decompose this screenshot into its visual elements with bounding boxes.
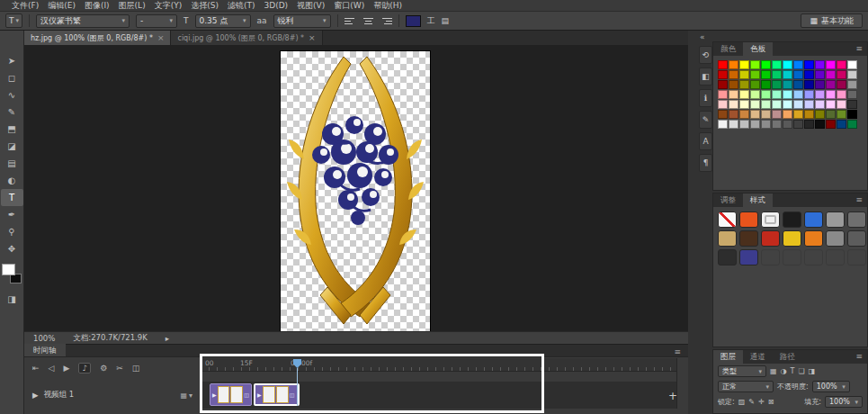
color-swatch[interactable]: [772, 60, 782, 69]
lasso-tool[interactable]: ∿: [1, 86, 23, 104]
color-swatch[interactable]: [718, 60, 728, 69]
brush-tool[interactable]: ✎: [1, 104, 23, 121]
color-swatch[interactable]: [826, 120, 836, 129]
menu-item[interactable]: 编辑(E): [43, 0, 80, 12]
timeline-ruler[interactable]: 00 15F 01:00f: [200, 358, 676, 372]
color-swatch[interactable]: [739, 100, 749, 109]
color-swatch[interactable]: [783, 110, 792, 119]
menu-item[interactable]: 图像(I): [80, 0, 114, 12]
marquee-tool[interactable]: ◻: [1, 69, 23, 86]
eraser-tool[interactable]: ◪: [1, 138, 23, 155]
panel-tab[interactable]: 通道: [743, 350, 773, 364]
style-thumb[interactable]: [761, 249, 780, 266]
style-thumb[interactable]: [739, 249, 758, 266]
first-frame-button[interactable]: ⇤: [32, 364, 40, 373]
color-swatch[interactable]: [847, 100, 857, 109]
font-size-select[interactable]: 0.35 点 ▾: [195, 14, 251, 28]
color-swatch[interactable]: [847, 90, 857, 99]
add-media-button[interactable]: +: [668, 390, 677, 402]
color-swatch[interactable]: [750, 90, 760, 99]
color-swatch[interactable]: [815, 70, 825, 79]
filter-shape-icon[interactable]: ❏: [798, 367, 804, 375]
color-swatch[interactable]: [847, 110, 857, 119]
style-thumb[interactable]: [804, 249, 823, 266]
color-swatch[interactable]: [826, 60, 836, 69]
style-thumb[interactable]: [783, 230, 801, 247]
foreground-color-chip[interactable]: [2, 264, 15, 275]
close-tab-icon[interactable]: ×: [157, 33, 165, 42]
menu-item[interactable]: 视图(V): [292, 0, 329, 12]
color-swatch[interactable]: [837, 80, 846, 89]
filter-smart-icon[interactable]: ◨: [809, 367, 816, 375]
color-swatch[interactable]: [815, 60, 825, 69]
mute-button[interactable]: ♪: [78, 363, 91, 374]
timeline-settings-button[interactable]: ⚙: [100, 364, 107, 373]
opacity-select[interactable]: 100% ▾: [812, 381, 850, 392]
color-swatch[interactable]: [783, 60, 792, 69]
style-thumb[interactable]: [826, 249, 845, 266]
lock-move-icon[interactable]: ✛: [758, 398, 765, 406]
color-chips[interactable]: [2, 264, 22, 284]
color-swatch[interactable]: [783, 80, 792, 89]
panel-tab[interactable]: 颜色: [713, 42, 743, 56]
color-swatch[interactable]: [847, 80, 857, 89]
style-thumb[interactable]: [739, 230, 758, 247]
color-swatch[interactable]: [772, 100, 782, 109]
color-swatch[interactable]: [804, 110, 814, 119]
style-thumb[interactable]: [826, 230, 845, 247]
disclosure-triangle-icon[interactable]: ▶: [32, 391, 39, 400]
color-swatch[interactable]: [847, 70, 857, 79]
type-tool[interactable]: T: [1, 189, 23, 206]
video-group-row[interactable]: ▶ 视频组 1 ▦ ▾: [32, 390, 192, 400]
panel-menu-icon[interactable]: ≡: [855, 350, 867, 364]
menu-item[interactable]: 3D(D): [259, 0, 292, 12]
color-swatch[interactable]: [729, 80, 738, 89]
document-tab[interactable]: hz.jpg @ 100% (图层 0, RGB/8#) * ×: [24, 31, 171, 45]
pen-tool[interactable]: ✒: [1, 206, 23, 223]
style-thumb[interactable]: [826, 212, 845, 228]
color-swatch[interactable]: [750, 60, 760, 69]
style-thumb[interactable]: [847, 212, 866, 228]
color-swatch[interactable]: [793, 120, 803, 129]
menu-item[interactable]: 图层(L): [114, 0, 150, 12]
dodge-tool[interactable]: ◐: [1, 172, 23, 189]
toggle-panels-icon[interactable]: ▤: [442, 16, 450, 25]
zoom-tool[interactable]: ⚲: [1, 223, 23, 240]
text-color-swatch[interactable]: [406, 15, 421, 27]
document-canvas[interactable]: [281, 51, 430, 331]
style-thumb[interactable]: [804, 230, 823, 247]
video-clip[interactable]: ▶ ◫: [210, 383, 252, 406]
playhead[interactable]: [293, 359, 301, 406]
style-thumb[interactable]: [718, 230, 737, 247]
character-panel-icon[interactable]: A: [699, 132, 712, 150]
color-swatch[interactable]: [847, 120, 857, 129]
align-right-icon[interactable]: [380, 15, 392, 27]
style-thumb[interactable]: [761, 212, 780, 228]
color-swatch[interactable]: [718, 110, 728, 119]
color-swatch[interactable]: [804, 90, 814, 99]
info-panel-icon[interactable]: ℹ: [699, 89, 712, 107]
menu-item[interactable]: 文字(Y): [150, 0, 187, 12]
color-swatch[interactable]: [739, 80, 749, 89]
color-swatch[interactable]: [729, 100, 738, 109]
color-swatch[interactable]: [837, 120, 846, 129]
color-swatch[interactable]: [729, 120, 738, 129]
color-swatch[interactable]: [793, 70, 803, 79]
color-swatch[interactable]: [761, 110, 771, 119]
properties-panel-icon[interactable]: ◧: [699, 68, 712, 86]
color-swatch[interactable]: [739, 60, 749, 69]
color-swatch[interactable]: [783, 90, 792, 99]
color-swatch[interactable]: [783, 70, 792, 79]
color-swatch[interactable]: [815, 80, 825, 89]
color-swatch[interactable]: [793, 60, 803, 69]
color-swatch[interactable]: [761, 80, 771, 89]
paragraph-panel-icon[interactable]: ¶: [699, 154, 712, 172]
color-swatch[interactable]: [783, 100, 792, 109]
timeline-track[interactable]: ▶ ◫ ▶ ◫: [200, 382, 676, 409]
lock-all-icon[interactable]: ⊠: [768, 398, 774, 406]
color-swatch[interactable]: [783, 120, 792, 129]
color-swatch[interactable]: [761, 120, 771, 129]
warp-text-icon[interactable]: 工: [427, 15, 435, 27]
align-center-icon[interactable]: [362, 15, 374, 27]
color-swatch[interactable]: [837, 60, 846, 69]
